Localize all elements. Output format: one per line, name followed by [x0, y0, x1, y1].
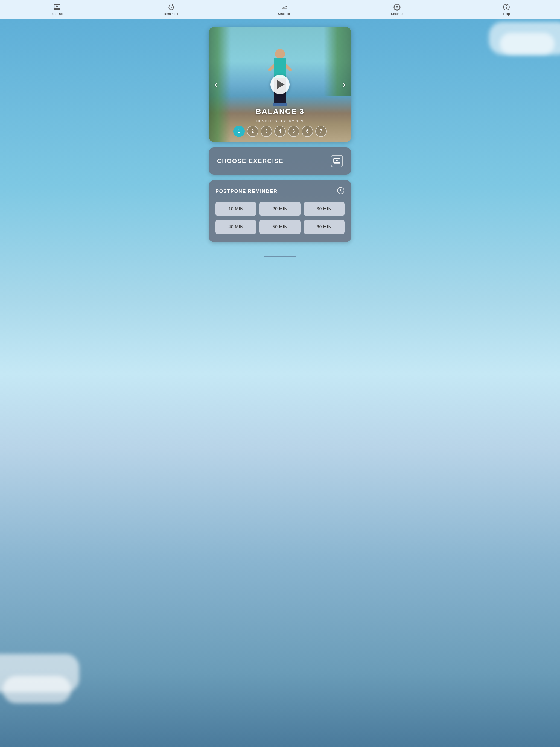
postpone-title: POSTPONE REMINDER [215, 189, 278, 195]
chart-nav-icon [281, 3, 288, 11]
next-exercise-button[interactable]: › [339, 76, 348, 93]
svg-marker-1 [56, 6, 58, 7]
main-content: ‹ › BALANCE 3 NUMBER OF EXERCISES 1 2 3 … [0, 19, 560, 253]
postpone-header: POSTPONE REMINDER [215, 187, 345, 196]
exercise-number-7[interactable]: 7 [315, 126, 327, 137]
home-indicator [263, 256, 297, 257]
postpone-50min-button[interactable]: 50 MIN [259, 220, 300, 234]
nav-label-exercises: Exercises [50, 12, 65, 16]
exercise-number-2[interactable]: 2 [247, 126, 258, 137]
video-list-nav-icon [53, 3, 61, 11]
svg-line-5 [172, 4, 173, 5]
prev-exercise-button[interactable]: ‹ [212, 76, 221, 93]
clock-nav-icon [167, 3, 175, 11]
postpone-time-grid: 10 MIN 20 MIN 30 MIN 40 MIN 50 MIN 60 MI… [215, 202, 345, 234]
play-button[interactable] [271, 75, 289, 94]
nav-label-reminder: Reminder [164, 12, 179, 16]
nav-item-help[interactable]: Help [499, 2, 513, 17]
nav-label-help: Help [503, 12, 510, 16]
choose-exercise-card[interactable]: CHOOSE EXERCISE [209, 147, 351, 175]
svg-marker-11 [336, 159, 338, 162]
video-list-icon [331, 155, 343, 167]
exercise-number-1[interactable]: 1 [233, 126, 245, 137]
nav-item-statistics[interactable]: Statistics [275, 2, 295, 17]
choose-exercise-label: CHOOSE EXERCISE [217, 157, 284, 164]
postpone-10min-button[interactable]: 10 MIN [215, 202, 256, 216]
nav-item-reminder[interactable]: Reminder [160, 2, 182, 17]
exercise-number-3[interactable]: 3 [261, 126, 272, 137]
postpone-30min-button[interactable]: 30 MIN [304, 202, 345, 216]
video-area: ‹ › BALANCE 3 NUMBER OF EXERCISES 1 2 3 … [209, 27, 351, 142]
person-head [275, 49, 285, 59]
svg-point-8 [503, 4, 509, 10]
svg-line-4 [170, 4, 170, 5]
exercise-number-4[interactable]: 4 [274, 126, 286, 137]
nav-item-exercises[interactable]: Exercises [47, 2, 68, 17]
nav-label-statistics: Statistics [278, 12, 291, 16]
postpone-60min-button[interactable]: 60 MIN [304, 220, 345, 234]
postpone-20min-button[interactable]: 20 MIN [259, 202, 300, 216]
postpone-40min-button[interactable]: 40 MIN [215, 220, 256, 234]
exercise-number-pills: 1 2 3 4 5 6 7 [209, 126, 351, 137]
nav-item-settings[interactable]: Settings [388, 2, 407, 17]
exercise-number-6[interactable]: 6 [302, 126, 313, 137]
nav-bar: Exercises Reminder Statistics [0, 0, 560, 19]
svg-point-7 [396, 6, 398, 8]
exercise-number-5[interactable]: 5 [288, 126, 299, 137]
nav-label-settings: Settings [391, 12, 403, 16]
question-nav-icon [503, 3, 510, 11]
person-shoe-right [279, 103, 287, 106]
exercise-title: BALANCE 3 [209, 107, 351, 116]
play-triangle-icon [277, 80, 285, 89]
gear-nav-icon [393, 3, 401, 11]
postpone-reminder-card: POSTPONE REMINDER 10 MIN 20 MIN 30 MIN 4… [209, 180, 351, 242]
num-exercises-label: NUMBER OF EXERCISES [209, 120, 351, 123]
video-card: ‹ › BALANCE 3 NUMBER OF EXERCISES 1 2 3 … [209, 27, 351, 142]
postpone-clock-icon [337, 187, 345, 196]
